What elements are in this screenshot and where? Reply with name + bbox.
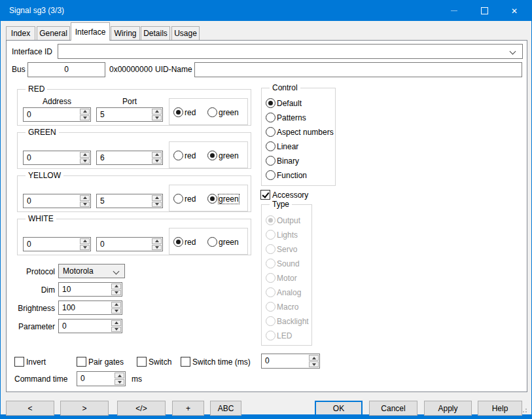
switch-time-label[interactable]: Switch time (ms) <box>192 357 251 367</box>
green-address-spinner[interactable]: 0 <box>23 151 91 165</box>
ok-button[interactable]: OK <box>315 401 363 416</box>
resize-grip[interactable] <box>525 411 527 412</box>
spin-down-button[interactable] <box>80 202 90 208</box>
control-radio-function-label[interactable]: Function <box>277 171 307 180</box>
green-port-spinner[interactable]: 6 <box>96 151 163 165</box>
spin-up-button[interactable] <box>111 283 121 289</box>
uid-name-field[interactable] <box>194 62 522 77</box>
control-radio-default-label[interactable]: Default <box>277 99 302 108</box>
bus-field[interactable]: 0 <box>27 62 105 77</box>
nav-code-button[interactable]: </> <box>117 401 166 416</box>
accessory-label[interactable]: Accessory <box>272 191 308 200</box>
control-radio-aspect-numbers-label[interactable]: Aspect numbers <box>277 128 334 137</box>
white-red-radio-label[interactable]: red <box>185 238 196 247</box>
control-radio-default[interactable] <box>266 98 275 108</box>
spin-down-button[interactable] <box>152 245 162 251</box>
yellow-red-radio-label[interactable]: red <box>185 194 196 204</box>
white-green-radio-label[interactable]: green <box>219 238 239 247</box>
control-radio-function[interactable] <box>266 170 275 180</box>
spin-down-button[interactable] <box>152 202 162 208</box>
white-green-radio[interactable] <box>207 237 217 247</box>
command-time-spinner[interactable]: 0 <box>77 371 126 386</box>
red-port-spinner[interactable]: 5 <box>96 107 163 122</box>
invert-label[interactable]: Invert <box>26 357 46 367</box>
green-red-radio[interactable] <box>173 151 183 160</box>
tab-general[interactable]: General <box>37 26 70 40</box>
cancel-button[interactable]: Cancel <box>369 401 417 416</box>
pair-gates-checkbox[interactable] <box>77 357 86 367</box>
spin-up-button[interactable] <box>80 195 90 201</box>
protocol-select[interactable]: Motorola <box>58 264 125 278</box>
brightness-spinner[interactable]: 100 <box>58 301 122 315</box>
close-button[interactable]: ✕ <box>499 1 529 21</box>
nav-add-button[interactable]: + <box>172 401 204 416</box>
spin-up-button[interactable] <box>309 355 319 361</box>
tab-usage[interactable]: Usage <box>171 26 200 40</box>
control-radio-aspect-numbers[interactable] <box>266 127 275 137</box>
tab-index[interactable]: Index <box>6 26 35 40</box>
switch-time-checkbox[interactable] <box>181 357 190 367</box>
red-green-radio[interactable] <box>207 107 217 117</box>
spin-down-button[interactable] <box>111 327 121 333</box>
spin-down-button[interactable] <box>152 115 162 121</box>
green-green-radio-label[interactable]: green <box>219 151 239 160</box>
spin-down-button[interactable] <box>80 245 90 251</box>
switch-checkbox[interactable] <box>137 357 147 367</box>
spin-down-button[interactable] <box>80 158 90 164</box>
red-address-spinner[interactable]: 0 <box>23 107 91 122</box>
titlebar[interactable]: Signal sg3 (3/3) ✕ <box>1 1 531 21</box>
spin-up-button[interactable] <box>152 152 162 158</box>
interface-id-combobox[interactable] <box>58 44 523 59</box>
green-green-radio[interactable] <box>207 151 217 160</box>
nav-prev-button[interactable]: < <box>6 401 54 416</box>
invert-checkbox[interactable] <box>14 357 24 367</box>
spin-down-button[interactable] <box>80 115 90 121</box>
yellow-green-radio[interactable] <box>207 194 217 204</box>
control-radio-binary-label[interactable]: Binary <box>277 156 299 166</box>
control-radio-linear[interactable] <box>266 141 275 151</box>
white-red-radio[interactable] <box>173 237 183 247</box>
spin-up-button[interactable] <box>80 152 90 158</box>
red-green-radio-label[interactable]: green <box>219 108 239 117</box>
yellow-red-radio[interactable] <box>173 194 183 204</box>
yellow-port-spinner[interactable]: 5 <box>96 194 163 208</box>
spin-down-button[interactable] <box>115 379 124 385</box>
yellow-address-spinner[interactable]: 0 <box>23 194 91 208</box>
control-radio-binary[interactable] <box>266 156 275 166</box>
spin-down-button[interactable] <box>111 308 121 314</box>
maximize-button[interactable] <box>469 1 499 21</box>
tab-details[interactable]: Details <box>141 26 170 40</box>
accessory-checkbox[interactable] <box>260 190 270 200</box>
tab-interface[interactable]: Interface <box>71 22 110 41</box>
switch-time-spinner[interactable]: 0 <box>261 354 320 369</box>
control-radio-linear-label[interactable]: Linear <box>277 142 298 151</box>
spin-down-button[interactable] <box>309 361 319 367</box>
spin-down-button[interactable] <box>111 290 121 296</box>
spin-up-button[interactable] <box>80 238 90 244</box>
tab-wiring[interactable]: Wiring <box>111 26 140 40</box>
white-port-spinner[interactable]: 0 <box>96 237 163 251</box>
spin-down-button[interactable] <box>152 158 162 164</box>
red-red-radio[interactable] <box>173 107 183 117</box>
white-address-spinner[interactable]: 0 <box>23 237 91 251</box>
nav-abc-button[interactable]: ABC <box>210 401 241 416</box>
spin-up-button[interactable] <box>152 109 162 115</box>
pair-gates-label[interactable]: Pair gates <box>88 357 124 367</box>
spin-up-button[interactable] <box>115 373 124 378</box>
help-button[interactable]: Help <box>478 401 522 416</box>
parameter-spinner[interactable]: 0 <box>58 319 122 333</box>
green-red-radio-label[interactable]: red <box>185 151 196 160</box>
spin-up-button[interactable] <box>152 195 162 201</box>
spin-up-button[interactable] <box>111 320 121 326</box>
dim-spinner[interactable]: 10 <box>58 282 122 297</box>
yellow-green-radio-label[interactable]: green <box>219 194 239 204</box>
red-red-radio-label[interactable]: red <box>185 108 196 117</box>
spin-up-button[interactable] <box>111 302 121 308</box>
nav-next-button[interactable]: > <box>60 401 109 416</box>
control-radio-patterns-label[interactable]: Patterns <box>277 113 306 122</box>
switch-label[interactable]: Switch <box>149 357 171 367</box>
spin-up-button[interactable] <box>80 109 90 115</box>
spin-up-button[interactable] <box>152 238 162 244</box>
control-radio-patterns[interactable] <box>266 113 275 122</box>
minimize-button[interactable] <box>439 1 469 21</box>
